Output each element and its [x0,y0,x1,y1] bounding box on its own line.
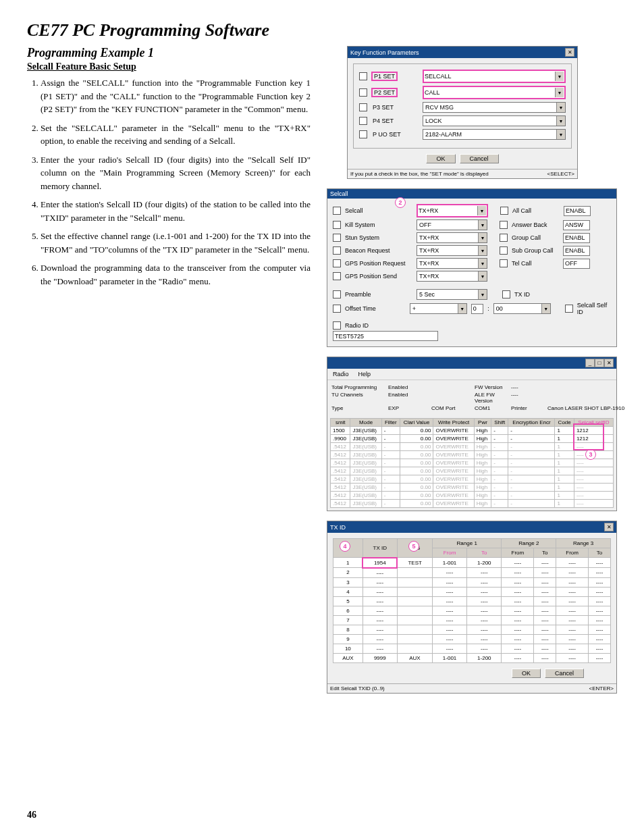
channel-table[interactable]: smitModeFilterClari ValueWrite ProtectPw… [330,418,614,508]
txid-row[interactable]: 6---- ------------------------ [333,606,611,615]
key-function-panel: Key Function Parameters ✕ P1 SET SELCALL… [347,46,578,179]
offset-h-input[interactable]: 0 [471,304,484,314]
checkbox[interactable] [333,259,341,267]
pset-label: P4 SET [371,118,419,124]
table-row[interactable]: .5412J3E(USB)-0.00 OVERWRITEHigh--1---- [331,443,614,451]
cancel-button[interactable]: Cancel [460,154,499,163]
txid-row[interactable]: 4---- ------------------------ [333,587,611,596]
checkbox[interactable] [359,130,367,138]
checkbox[interactable] [333,272,341,280]
checkbox[interactable] [500,246,508,255]
txid-row[interactable]: 5---- ------------------------ [333,596,611,606]
checkbox[interactable] [359,103,367,111]
minimize-icon[interactable]: _ [585,359,595,367]
close-icon[interactable]: ✕ [604,523,614,531]
table-row[interactable]: .5412J3E(USB)-0.00 OVERWRITEHigh--1---- [331,492,614,500]
txid-row[interactable]: 7---- ------------------------ [333,615,611,625]
chevron-down-icon: ▼ [477,206,486,215]
chevron-down-icon: ▼ [478,259,487,268]
menu-help[interactable]: Help [358,371,371,377]
pset-select[interactable]: CALL▼ [423,86,566,99]
preamble-select[interactable]: 5 Sec▼ [417,289,487,300]
checkbox[interactable] [333,234,341,242]
panel1-title: Key Function Parameters [350,49,419,56]
selcall-row-select[interactable]: TX+RX▼ [417,232,487,243]
checkbox[interactable] [333,221,341,229]
checkbox[interactable] [333,246,341,255]
selcall-row-label: Kill System [345,221,412,228]
offset-sign-select[interactable]: +▼ [410,303,467,314]
txid-row[interactable]: AUX9999AUX 1-0011-200---------------- [333,653,611,662]
txid-row[interactable]: 10---- ------------------------ [333,644,611,653]
checkbox[interactable] [500,207,508,215]
table-row[interactable]: .5412J3E(USB)-0.00 OVERWRITEHigh--1---- [331,459,614,467]
chevron-down-icon: ▼ [478,233,487,242]
selcall-row-select[interactable]: OFF▼ [417,219,487,230]
right-value[interactable]: ANSW [563,220,590,230]
txid-row[interactable]: 2---- ------------------------ [333,568,611,578]
checkbox[interactable] [500,259,508,267]
close-icon[interactable]: ✕ [565,48,574,57]
right-value[interactable]: ENABL [564,206,591,216]
right-value[interactable]: OFF [563,259,590,269]
selcall-row-label: GPS Position Request [345,260,412,267]
col-header: Mode [350,419,381,427]
col-header: Encryption Encr [508,419,555,427]
ok-button[interactable]: OK [512,669,541,678]
pset-label: P3 SET [371,104,419,111]
txid-row[interactable]: 11954TEST 1-0011-200---------------- [333,558,611,568]
selcall-row-select[interactable]: TX+RX▼ [417,258,487,269]
checkbox[interactable] [500,234,508,242]
pset-select[interactable]: SELCALL▼ [423,70,566,83]
selcall-row-select[interactable]: TX+RX▼ [417,271,487,282]
table-row[interactable]: .5412J3E(USB)-0.00 OVERWRITEHigh--1---- [331,467,614,475]
radioid-input[interactable]: TEST5725 [333,331,438,341]
radioid-label: Radio ID [345,322,369,329]
col-header: Filter [381,419,400,427]
chevron-down-icon: ▼ [556,103,565,112]
checkbox[interactable] [333,207,341,215]
checkbox[interactable] [333,290,341,298]
checkbox[interactable] [359,72,367,80]
pset-select[interactable]: 2182-ALARM▼ [423,129,566,140]
offset-m-select[interactable]: 00▼ [493,303,551,314]
ok-button[interactable]: OK [426,154,455,163]
checkbox[interactable] [359,117,367,125]
table-row[interactable]: .5412J3E(USB)-0.00 OVERWRITEHigh--1---- [331,451,614,459]
cancel-button[interactable]: Cancel [545,669,584,678]
checkbox[interactable] [500,221,508,229]
txid-label: TX ID [514,291,530,298]
right-value[interactable]: ENABL [563,233,590,243]
panel4-title: TX ID [330,524,346,531]
selcall-row-select[interactable]: TX+RX▼ [417,245,487,256]
col-header: smit [331,419,350,427]
txid-row[interactable]: 3---- ------------------------ [333,577,611,587]
checkbox[interactable] [502,290,510,298]
table-row[interactable]: .5412J3E(USB)-0.00 OVERWRITEHigh--1---- [331,500,614,508]
maximize-icon[interactable]: □ [595,359,604,367]
selcall-row-select[interactable]: TX+RX▼ [417,204,488,217]
step-2: Set the "SELCALL" parameter in the "Selc… [41,122,311,148]
pset-select[interactable]: RCV MSG▼ [423,102,566,113]
right-label: All Call [512,207,560,214]
checkbox[interactable] [333,321,341,330]
txid-row[interactable]: 8---- ------------------------ [333,625,611,634]
menu-radio[interactable]: Radio [333,371,349,377]
step-3: Enter the your radio's Selcall ID (four … [41,153,311,193]
checkbox[interactable] [333,305,341,313]
pset-select[interactable]: LOCK▼ [423,115,566,126]
table-row[interactable]: .5412J3E(USB)-0.00 OVERWRITEHigh--1---- [331,475,614,484]
steps-list: Assign the "SELCALL" function into the "… [27,76,311,288]
close-icon[interactable]: ✕ [604,359,614,367]
col-header: Clari Value [400,419,433,427]
right-value[interactable]: ENABL [563,246,590,256]
chevron-down-icon: ▼ [541,304,550,313]
table-row[interactable]: .9900J3E(USB)-0.00 OVERWRITEHigh--11212 [331,435,614,443]
txid-table[interactable]: TX ID TAG Range 1 Range 2 Range 3 FromTo… [333,538,611,663]
checkbox[interactable] [359,88,367,97]
table-row[interactable]: 1500J3E(USB)-0.00 OVERWRITEHigh--11212 [331,427,614,435]
checkbox[interactable] [565,305,573,313]
panel4-status-right: <ENTER> [589,685,614,692]
table-row[interactable]: .5412J3E(USB)-0.00 OVERWRITEHigh--1---- [331,484,614,492]
txid-row[interactable]: 9---- ------------------------ [333,634,611,644]
